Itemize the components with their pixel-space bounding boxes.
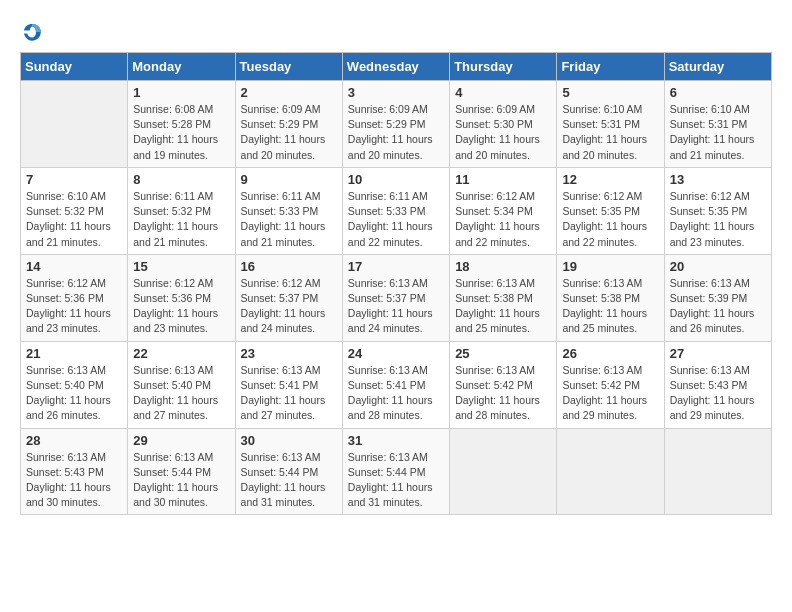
calendar-cell: 27Sunrise: 6:13 AM Sunset: 5:43 PM Dayli…	[664, 341, 771, 428]
day-detail: Sunrise: 6:13 AM Sunset: 5:41 PM Dayligh…	[348, 363, 444, 424]
weekday-header-saturday: Saturday	[664, 53, 771, 81]
day-number: 23	[241, 346, 337, 361]
calendar-cell: 13Sunrise: 6:12 AM Sunset: 5:35 PM Dayli…	[664, 167, 771, 254]
weekday-header-monday: Monday	[128, 53, 235, 81]
calendar-cell	[450, 428, 557, 515]
day-number: 1	[133, 85, 229, 100]
day-number: 21	[26, 346, 122, 361]
weekday-header-wednesday: Wednesday	[342, 53, 449, 81]
calendar-cell: 12Sunrise: 6:12 AM Sunset: 5:35 PM Dayli…	[557, 167, 664, 254]
day-number: 4	[455, 85, 551, 100]
calendar-cell: 31Sunrise: 6:13 AM Sunset: 5:44 PM Dayli…	[342, 428, 449, 515]
day-number: 12	[562, 172, 658, 187]
calendar-cell: 26Sunrise: 6:13 AM Sunset: 5:42 PM Dayli…	[557, 341, 664, 428]
day-detail: Sunrise: 6:12 AM Sunset: 5:35 PM Dayligh…	[562, 189, 658, 250]
day-number: 17	[348, 259, 444, 274]
day-detail: Sunrise: 6:09 AM Sunset: 5:29 PM Dayligh…	[348, 102, 444, 163]
calendar-week-4: 21Sunrise: 6:13 AM Sunset: 5:40 PM Dayli…	[21, 341, 772, 428]
calendar-cell: 2Sunrise: 6:09 AM Sunset: 5:29 PM Daylig…	[235, 81, 342, 168]
calendar-cell: 24Sunrise: 6:13 AM Sunset: 5:41 PM Dayli…	[342, 341, 449, 428]
day-detail: Sunrise: 6:13 AM Sunset: 5:43 PM Dayligh…	[670, 363, 766, 424]
logo	[20, 20, 48, 44]
day-detail: Sunrise: 6:13 AM Sunset: 5:38 PM Dayligh…	[455, 276, 551, 337]
day-number: 10	[348, 172, 444, 187]
day-number: 19	[562, 259, 658, 274]
day-number: 14	[26, 259, 122, 274]
day-detail: Sunrise: 6:13 AM Sunset: 5:42 PM Dayligh…	[562, 363, 658, 424]
day-detail: Sunrise: 6:13 AM Sunset: 5:37 PM Dayligh…	[348, 276, 444, 337]
day-detail: Sunrise: 6:13 AM Sunset: 5:40 PM Dayligh…	[26, 363, 122, 424]
calendar-cell	[557, 428, 664, 515]
calendar-cell: 21Sunrise: 6:13 AM Sunset: 5:40 PM Dayli…	[21, 341, 128, 428]
calendar-cell: 18Sunrise: 6:13 AM Sunset: 5:38 PM Dayli…	[450, 254, 557, 341]
calendar-cell: 15Sunrise: 6:12 AM Sunset: 5:36 PM Dayli…	[128, 254, 235, 341]
day-detail: Sunrise: 6:08 AM Sunset: 5:28 PM Dayligh…	[133, 102, 229, 163]
day-number: 22	[133, 346, 229, 361]
calendar-week-2: 7Sunrise: 6:10 AM Sunset: 5:32 PM Daylig…	[21, 167, 772, 254]
day-detail: Sunrise: 6:13 AM Sunset: 5:42 PM Dayligh…	[455, 363, 551, 424]
day-number: 27	[670, 346, 766, 361]
day-number: 25	[455, 346, 551, 361]
day-number: 18	[455, 259, 551, 274]
day-number: 8	[133, 172, 229, 187]
weekday-header-thursday: Thursday	[450, 53, 557, 81]
day-number: 7	[26, 172, 122, 187]
calendar-body: 1Sunrise: 6:08 AM Sunset: 5:28 PM Daylig…	[21, 81, 772, 515]
day-detail: Sunrise: 6:12 AM Sunset: 5:35 PM Dayligh…	[670, 189, 766, 250]
day-detail: Sunrise: 6:11 AM Sunset: 5:32 PM Dayligh…	[133, 189, 229, 250]
calendar-cell	[664, 428, 771, 515]
day-detail: Sunrise: 6:09 AM Sunset: 5:30 PM Dayligh…	[455, 102, 551, 163]
day-detail: Sunrise: 6:13 AM Sunset: 5:39 PM Dayligh…	[670, 276, 766, 337]
logo-icon	[20, 20, 44, 44]
day-number: 15	[133, 259, 229, 274]
calendar-week-5: 28Sunrise: 6:13 AM Sunset: 5:43 PM Dayli…	[21, 428, 772, 515]
calendar-cell	[21, 81, 128, 168]
calendar-cell: 16Sunrise: 6:12 AM Sunset: 5:37 PM Dayli…	[235, 254, 342, 341]
calendar-cell: 7Sunrise: 6:10 AM Sunset: 5:32 PM Daylig…	[21, 167, 128, 254]
day-detail: Sunrise: 6:13 AM Sunset: 5:38 PM Dayligh…	[562, 276, 658, 337]
day-detail: Sunrise: 6:10 AM Sunset: 5:32 PM Dayligh…	[26, 189, 122, 250]
day-number: 24	[348, 346, 444, 361]
weekday-header-tuesday: Tuesday	[235, 53, 342, 81]
weekday-header-row: SundayMondayTuesdayWednesdayThursdayFrid…	[21, 53, 772, 81]
calendar-cell: 3Sunrise: 6:09 AM Sunset: 5:29 PM Daylig…	[342, 81, 449, 168]
day-number: 6	[670, 85, 766, 100]
weekday-header-friday: Friday	[557, 53, 664, 81]
day-number: 16	[241, 259, 337, 274]
calendar-cell: 25Sunrise: 6:13 AM Sunset: 5:42 PM Dayli…	[450, 341, 557, 428]
day-number: 2	[241, 85, 337, 100]
calendar-cell: 9Sunrise: 6:11 AM Sunset: 5:33 PM Daylig…	[235, 167, 342, 254]
day-number: 3	[348, 85, 444, 100]
day-number: 11	[455, 172, 551, 187]
day-number: 29	[133, 433, 229, 448]
calendar-cell: 23Sunrise: 6:13 AM Sunset: 5:41 PM Dayli…	[235, 341, 342, 428]
calendar-cell: 1Sunrise: 6:08 AM Sunset: 5:28 PM Daylig…	[128, 81, 235, 168]
day-number: 30	[241, 433, 337, 448]
day-detail: Sunrise: 6:09 AM Sunset: 5:29 PM Dayligh…	[241, 102, 337, 163]
calendar-cell: 22Sunrise: 6:13 AM Sunset: 5:40 PM Dayli…	[128, 341, 235, 428]
calendar-cell: 14Sunrise: 6:12 AM Sunset: 5:36 PM Dayli…	[21, 254, 128, 341]
calendar-week-3: 14Sunrise: 6:12 AM Sunset: 5:36 PM Dayli…	[21, 254, 772, 341]
day-detail: Sunrise: 6:12 AM Sunset: 5:36 PM Dayligh…	[26, 276, 122, 337]
calendar-cell: 19Sunrise: 6:13 AM Sunset: 5:38 PM Dayli…	[557, 254, 664, 341]
day-number: 9	[241, 172, 337, 187]
header	[20, 20, 772, 44]
day-detail: Sunrise: 6:13 AM Sunset: 5:43 PM Dayligh…	[26, 450, 122, 511]
calendar-cell: 30Sunrise: 6:13 AM Sunset: 5:44 PM Dayli…	[235, 428, 342, 515]
day-detail: Sunrise: 6:13 AM Sunset: 5:44 PM Dayligh…	[241, 450, 337, 511]
day-detail: Sunrise: 6:10 AM Sunset: 5:31 PM Dayligh…	[670, 102, 766, 163]
day-number: 26	[562, 346, 658, 361]
calendar-header: SundayMondayTuesdayWednesdayThursdayFrid…	[21, 53, 772, 81]
calendar-cell: 4Sunrise: 6:09 AM Sunset: 5:30 PM Daylig…	[450, 81, 557, 168]
day-detail: Sunrise: 6:11 AM Sunset: 5:33 PM Dayligh…	[348, 189, 444, 250]
day-number: 13	[670, 172, 766, 187]
day-detail: Sunrise: 6:10 AM Sunset: 5:31 PM Dayligh…	[562, 102, 658, 163]
calendar-cell: 17Sunrise: 6:13 AM Sunset: 5:37 PM Dayli…	[342, 254, 449, 341]
day-detail: Sunrise: 6:12 AM Sunset: 5:37 PM Dayligh…	[241, 276, 337, 337]
calendar-cell: 28Sunrise: 6:13 AM Sunset: 5:43 PM Dayli…	[21, 428, 128, 515]
day-detail: Sunrise: 6:13 AM Sunset: 5:44 PM Dayligh…	[348, 450, 444, 511]
calendar-cell: 20Sunrise: 6:13 AM Sunset: 5:39 PM Dayli…	[664, 254, 771, 341]
calendar-cell: 11Sunrise: 6:12 AM Sunset: 5:34 PM Dayli…	[450, 167, 557, 254]
day-detail: Sunrise: 6:12 AM Sunset: 5:36 PM Dayligh…	[133, 276, 229, 337]
weekday-header-sunday: Sunday	[21, 53, 128, 81]
